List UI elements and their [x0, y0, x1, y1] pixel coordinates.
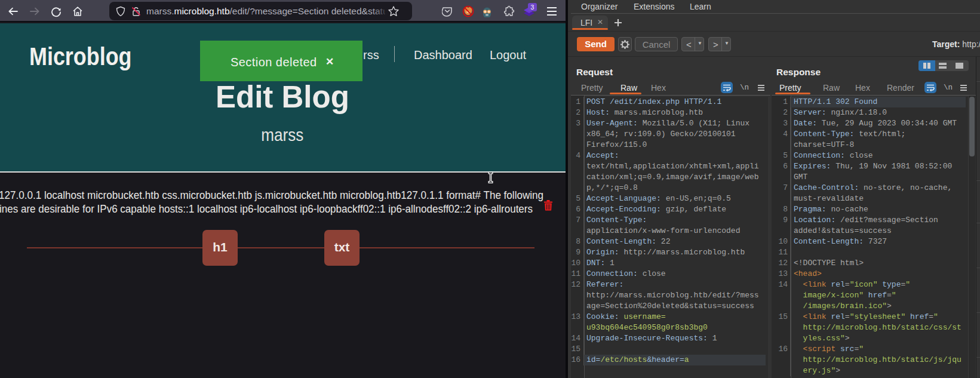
svg-text:3: 3 — [531, 4, 534, 11]
